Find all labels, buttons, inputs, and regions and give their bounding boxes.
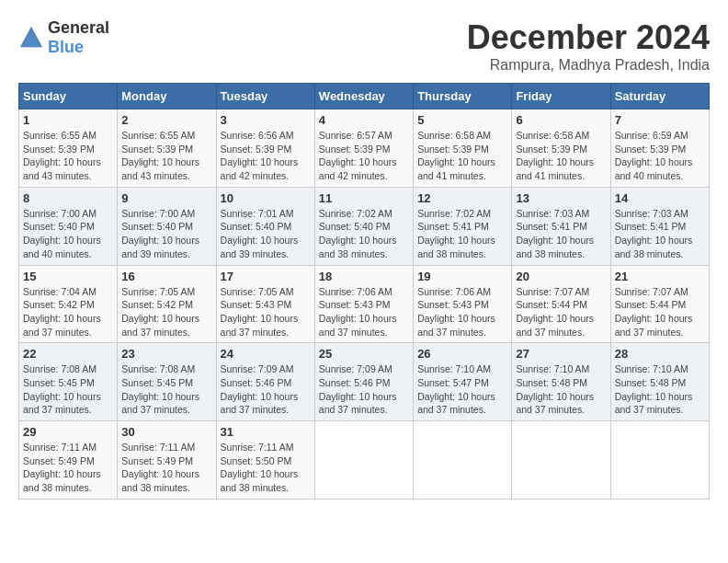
table-row (610, 421, 709, 500)
day-number: 11 (319, 191, 409, 205)
day-info: Sunrise: 7:01 AM Sunset: 5:40 PM Dayligh… (221, 207, 311, 261)
day-number: 7 (615, 113, 705, 127)
day-info: Sunrise: 7:07 AM Sunset: 5:44 PM Dayligh… (615, 285, 705, 339)
day-info: Sunrise: 7:00 AM Sunset: 5:40 PM Dayligh… (23, 207, 113, 261)
table-row: 1Sunrise: 6:55 AM Sunset: 5:39 PM Daylig… (19, 109, 118, 188)
day-info: Sunrise: 7:00 AM Sunset: 5:40 PM Dayligh… (121, 207, 211, 261)
day-info: Sunrise: 7:10 AM Sunset: 5:48 PM Dayligh… (516, 362, 606, 417)
day-number: 5 (417, 113, 507, 127)
table-row: 9Sunrise: 7:00 AM Sunset: 5:40 PM Daylig… (118, 187, 216, 265)
day-info: Sunrise: 6:58 AM Sunset: 5:39 PM Dayligh… (516, 129, 606, 183)
day-number: 20 (516, 270, 606, 283)
day-number: 22 (23, 347, 113, 361)
table-row: 27Sunrise: 7:10 AM Sunset: 5:48 PM Dayli… (512, 343, 610, 421)
table-row: 26Sunrise: 7:10 AM Sunset: 5:47 PM Dayli… (414, 343, 512, 421)
table-row: 15Sunrise: 7:04 AM Sunset: 5:42 PM Dayli… (19, 265, 118, 343)
table-row: 2Sunrise: 6:55 AM Sunset: 5:39 PM Daylig… (118, 109, 216, 188)
calendar-weekday-sunday: Sunday (19, 84, 118, 109)
day-info: Sunrise: 7:10 AM Sunset: 5:47 PM Dayligh… (417, 362, 507, 417)
calendar-row-4: 22Sunrise: 7:08 AM Sunset: 5:45 PM Dayli… (19, 343, 710, 421)
table-row (414, 421, 512, 500)
day-number: 30 (121, 425, 211, 439)
day-info: Sunrise: 7:05 AM Sunset: 5:42 PM Dayligh… (121, 285, 211, 339)
day-number: 27 (516, 347, 606, 361)
day-info: Sunrise: 7:08 AM Sunset: 5:45 PM Dayligh… (121, 362, 211, 417)
day-number: 18 (319, 270, 409, 283)
page-title: December 2024 (467, 18, 710, 57)
day-number: 12 (417, 191, 507, 205)
day-info: Sunrise: 7:02 AM Sunset: 5:41 PM Dayligh… (417, 207, 507, 261)
day-info: Sunrise: 7:05 AM Sunset: 5:43 PM Dayligh… (221, 285, 311, 339)
table-row: 17Sunrise: 7:05 AM Sunset: 5:43 PM Dayli… (216, 265, 314, 343)
calendar-header: SundayMondayTuesdayWednesdayThursdayFrid… (19, 84, 710, 109)
table-row (314, 421, 413, 500)
table-row: 4Sunrise: 6:57 AM Sunset: 5:39 PM Daylig… (314, 109, 413, 188)
table-row: 18Sunrise: 7:06 AM Sunset: 5:43 PM Dayli… (314, 265, 413, 343)
logo-text: General Blue (48, 18, 109, 57)
day-number: 29 (23, 425, 113, 439)
day-info: Sunrise: 7:03 AM Sunset: 5:41 PM Dayligh… (516, 207, 606, 261)
table-row: 24Sunrise: 7:09 AM Sunset: 5:46 PM Dayli… (216, 343, 314, 421)
calendar-weekday-wednesday: Wednesday (314, 84, 413, 109)
day-info: Sunrise: 7:11 AM Sunset: 5:49 PM Dayligh… (23, 441, 113, 495)
calendar-weekday-thursday: Thursday (414, 84, 512, 109)
table-row: 30Sunrise: 7:11 AM Sunset: 5:49 PM Dayli… (118, 421, 216, 500)
day-info: Sunrise: 6:58 AM Sunset: 5:39 PM Dayligh… (417, 129, 507, 183)
day-number: 10 (221, 191, 311, 205)
day-number: 28 (615, 347, 705, 361)
page-subtitle: Rampura, Madhya Pradesh, India (467, 57, 710, 74)
day-info: Sunrise: 7:07 AM Sunset: 5:44 PM Dayligh… (516, 285, 606, 339)
day-number: 15 (23, 270, 113, 283)
table-row: 19Sunrise: 7:06 AM Sunset: 5:43 PM Dayli… (414, 265, 512, 343)
table-row: 28Sunrise: 7:10 AM Sunset: 5:48 PM Dayli… (610, 343, 709, 421)
day-number: 3 (221, 113, 311, 127)
day-info: Sunrise: 6:56 AM Sunset: 5:39 PM Dayligh… (221, 129, 311, 183)
table-row: 8Sunrise: 7:00 AM Sunset: 5:40 PM Daylig… (19, 187, 118, 265)
day-info: Sunrise: 7:09 AM Sunset: 5:46 PM Dayligh… (221, 362, 311, 417)
logo: General Blue (18, 18, 109, 57)
table-row: 13Sunrise: 7:03 AM Sunset: 5:41 PM Dayli… (512, 187, 610, 265)
day-info: Sunrise: 7:08 AM Sunset: 5:45 PM Dayligh… (23, 362, 113, 417)
day-number: 13 (516, 191, 606, 205)
table-row: 5Sunrise: 6:58 AM Sunset: 5:39 PM Daylig… (414, 109, 512, 188)
table-row: 12Sunrise: 7:02 AM Sunset: 5:41 PM Dayli… (414, 187, 512, 265)
calendar-weekday-friday: Friday (512, 84, 610, 109)
day-info: Sunrise: 7:11 AM Sunset: 5:49 PM Dayligh… (121, 441, 211, 495)
day-number: 31 (221, 425, 311, 439)
table-row: 21Sunrise: 7:07 AM Sunset: 5:44 PM Dayli… (610, 265, 709, 343)
day-number: 8 (23, 191, 113, 205)
table-row: 3Sunrise: 6:56 AM Sunset: 5:39 PM Daylig… (216, 109, 314, 188)
day-number: 2 (121, 113, 211, 127)
day-number: 19 (417, 270, 507, 283)
day-info: Sunrise: 6:57 AM Sunset: 5:39 PM Dayligh… (319, 129, 409, 183)
logo-general: General (48, 18, 109, 37)
day-number: 26 (417, 347, 507, 361)
day-number: 14 (615, 191, 705, 205)
header: General Blue December 2024 Rampura, Madh… (18, 18, 710, 74)
day-info: Sunrise: 7:06 AM Sunset: 5:43 PM Dayligh… (417, 285, 507, 339)
day-number: 16 (121, 270, 211, 283)
table-row: 14Sunrise: 7:03 AM Sunset: 5:41 PM Dayli… (610, 187, 709, 265)
calendar-weekday-tuesday: Tuesday (216, 84, 314, 109)
table-row: 6Sunrise: 6:58 AM Sunset: 5:39 PM Daylig… (512, 109, 610, 188)
calendar-header-row: SundayMondayTuesdayWednesdayThursdayFrid… (19, 84, 710, 109)
day-info: Sunrise: 7:04 AM Sunset: 5:42 PM Dayligh… (23, 285, 113, 339)
table-row: 22Sunrise: 7:08 AM Sunset: 5:45 PM Dayli… (19, 343, 118, 421)
table-row (512, 421, 610, 500)
day-number: 6 (516, 113, 606, 127)
day-info: Sunrise: 6:59 AM Sunset: 5:39 PM Dayligh… (615, 129, 705, 183)
calendar-table: SundayMondayTuesdayWednesdayThursdayFrid… (18, 83, 710, 500)
day-number: 21 (615, 270, 705, 283)
table-row: 31Sunrise: 7:11 AM Sunset: 5:50 PM Dayli… (216, 421, 314, 500)
logo-icon (18, 25, 44, 51)
day-number: 9 (121, 191, 211, 205)
title-block: December 2024 Rampura, Madhya Pradesh, I… (467, 18, 710, 74)
day-info: Sunrise: 6:55 AM Sunset: 5:39 PM Dayligh… (23, 129, 113, 183)
calendar-body: 1Sunrise: 6:55 AM Sunset: 5:39 PM Daylig… (19, 109, 710, 500)
day-number: 23 (121, 347, 211, 361)
table-row: 23Sunrise: 7:08 AM Sunset: 5:45 PM Dayli… (118, 343, 216, 421)
table-row: 7Sunrise: 6:59 AM Sunset: 5:39 PM Daylig… (610, 109, 709, 188)
calendar-weekday-saturday: Saturday (610, 84, 709, 109)
day-info: Sunrise: 7:09 AM Sunset: 5:46 PM Dayligh… (319, 362, 409, 417)
table-row: 16Sunrise: 7:05 AM Sunset: 5:42 PM Dayli… (118, 265, 216, 343)
